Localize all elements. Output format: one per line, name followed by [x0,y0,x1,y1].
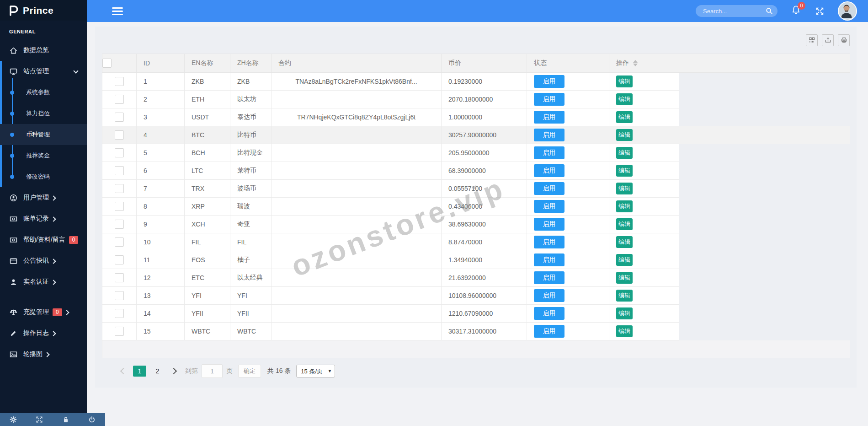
row-checkbox[interactable] [115,237,124,247]
status-enable-button[interactable]: 启用 [534,236,564,248]
avatar[interactable] [838,1,857,21]
cell-action: 编辑 [609,305,679,323]
row-checkbox[interactable] [115,113,124,122]
status-enable-button[interactable]: 启用 [534,218,564,231]
status-enable-button[interactable]: 启用 [534,129,564,141]
row-select-cell [102,287,137,305]
status-enable-button[interactable]: 启用 [534,200,564,213]
edit-button[interactable]: 编辑 [616,290,633,302]
edit-button[interactable]: 编辑 [616,165,633,177]
hamburger-menu[interactable] [112,7,123,15]
edit-button[interactable]: 编辑 [616,218,633,230]
goto-page-input[interactable] [202,364,223,378]
submenu-item-system-params[interactable]: 系统参数 [0,82,87,103]
submenu-item-change-password[interactable]: 修改密码 [0,166,87,187]
sidebar-item-label: 充提管理 [23,308,49,316]
cell-zh-name: YFII [230,305,272,323]
sidebar-item-carousel[interactable]: 轮播图 [0,344,87,365]
edit-button[interactable]: 编辑 [616,93,633,105]
sidebar-item-announcements[interactable]: 公告快讯 [0,250,87,271]
goto-confirm-button[interactable]: 确定 [238,365,261,377]
submenu-item-hashrate-tiers[interactable]: 算力挡位 [0,103,87,124]
edit-button[interactable]: 编辑 [616,200,633,212]
cell-price: 1.00000000 [442,108,527,126]
cell-en-name: ETH [185,91,230,108]
sidebar-item-site-management[interactable]: 站点管理 [0,61,87,82]
edit-button[interactable]: 编辑 [616,236,633,248]
row-checkbox[interactable] [115,95,124,104]
status-enable-button[interactable]: 启用 [534,271,564,284]
status-enable-button[interactable]: 启用 [534,146,564,159]
sidebar-item-user-management[interactable]: 用户管理 [0,187,87,208]
row-checkbox[interactable] [115,130,124,140]
select-all-checkbox[interactable] [102,59,112,68]
row-checkbox[interactable] [115,309,124,318]
status-enable-button[interactable]: 启用 [534,253,564,266]
next-page-icon[interactable] [170,368,177,374]
cell-action: 编辑 [609,108,679,126]
cell-en-name: USDT [185,108,230,126]
edit-button[interactable]: 编辑 [616,254,633,266]
row-checkbox[interactable] [115,273,124,282]
fullscreen-button[interactable] [815,7,824,16]
edit-button[interactable]: 编辑 [616,75,633,87]
page-button-1[interactable]: 1 [133,366,146,377]
power-icon[interactable] [88,416,96,423]
edit-button[interactable]: 编辑 [616,111,633,123]
edit-button[interactable]: 编辑 [616,325,633,337]
submenu-item-referral-bonus[interactable]: 推荐奖金 [0,145,87,166]
page-size-select[interactable]: 15 条/页 [296,365,335,377]
page-button-2[interactable]: 2 [151,366,164,377]
search-input[interactable] [702,7,766,15]
edit-button[interactable]: 编辑 [616,147,633,159]
export-button[interactable] [822,34,834,46]
sidebar-item-deposit-withdrawal[interactable]: 充提管理 0 [0,302,87,323]
total-count-label: 共 16 条 [267,367,291,375]
sidebar-item-dashboard[interactable]: 数据总览 [0,40,87,61]
row-checkbox[interactable] [115,291,124,300]
status-enable-button[interactable]: 启用 [534,289,564,302]
header-action: 操作 [609,54,679,73]
search-icon[interactable] [766,7,773,15]
status-enable-button[interactable]: 启用 [534,164,564,177]
sort-icon[interactable] [633,60,638,66]
expand-icon[interactable] [36,416,43,423]
notifications-button[interactable]: 0 [791,5,801,17]
brand-name: Prince [23,5,53,16]
row-checkbox[interactable] [115,166,124,175]
row-select-cell [102,269,137,287]
row-checkbox[interactable] [115,202,124,211]
row-checkbox[interactable] [115,327,124,336]
row-checkbox[interactable] [115,220,124,229]
cell-zh-name: WBTC [230,323,272,340]
print-button[interactable] [838,34,850,46]
edit-button[interactable]: 编辑 [616,272,633,284]
row-checkbox[interactable] [115,255,124,264]
status-enable-button[interactable]: 启用 [534,93,564,106]
columns-button[interactable] [806,34,818,46]
row-checkbox[interactable] [115,184,124,193]
table-row: 11 EOS 柚子 1.34940000 启用 编辑 [102,251,850,269]
prev-page-icon[interactable] [120,368,127,374]
print-icon [841,37,847,43]
status-enable-button[interactable]: 启用 [534,75,564,88]
cell-price: 68.39000000 [442,162,527,180]
edit-button[interactable]: 编辑 [616,129,633,141]
status-enable-button[interactable]: 启用 [534,307,564,320]
sidebar-item-help-messages[interactable]: 帮助/资料/留言 0 [0,229,87,250]
edit-button[interactable]: 编辑 [616,183,633,194]
sidebar-item-operation-logs[interactable]: 操作日志 [0,323,87,344]
row-checkbox[interactable] [115,77,124,86]
status-enable-button[interactable]: 启用 [534,111,564,124]
chevron-right-icon [51,195,56,200]
sidebar-item-identity-verification[interactable]: 实名认证 [0,271,87,292]
sidebar-item-billing-records[interactable]: 账单记录 [0,208,87,229]
lock-icon[interactable] [62,416,69,423]
edit-button[interactable]: 编辑 [616,307,633,319]
row-checkbox[interactable] [115,148,124,157]
gear-icon[interactable] [10,416,17,423]
status-enable-button[interactable]: 启用 [534,325,564,338]
cell-price: 30317.31000000 [442,323,527,340]
status-enable-button[interactable]: 启用 [534,182,564,195]
submenu-item-coin-management[interactable]: 币种管理 [0,124,87,145]
